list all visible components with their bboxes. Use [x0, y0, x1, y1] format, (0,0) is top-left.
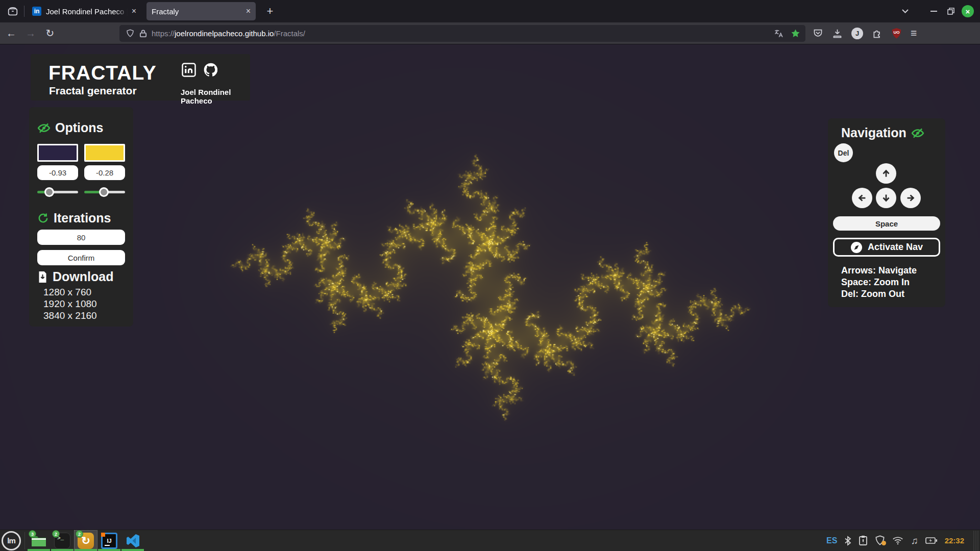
background-color-swatch[interactable] — [37, 144, 78, 162]
zoom-out-del-button[interactable]: Del — [834, 143, 853, 162]
toolbar-icons: J UO ≡ — [813, 27, 924, 39]
linkedin-favicon: in — [32, 7, 41, 16]
tracking-shield-icon[interactable] — [126, 29, 135, 38]
imaginary-slider[interactable] — [84, 187, 125, 197]
tab-title: Joel Rondinel Pacheco | Lin — [46, 7, 128, 16]
badge-count: 2 — [76, 530, 83, 538]
imaginary-value-input[interactable] — [84, 165, 125, 180]
linkedin-icon — [181, 62, 197, 78]
eye-off-icon[interactable] — [911, 127, 924, 140]
divider — [24, 6, 24, 17]
slider-track — [37, 191, 78, 193]
real-value-input[interactable] — [37, 165, 78, 180]
firefox-view-icon — [7, 6, 18, 17]
fractal-color-swatch[interactable] — [84, 144, 125, 162]
tab-linkedin[interactable]: in Joel Rondinel Pacheco | Lin × — [27, 2, 141, 20]
badge-count: 3 — [29, 530, 36, 538]
download-size-link[interactable]: 1280 x 760 — [43, 287, 91, 298]
navigation-toolbar: ← → ↻ https://joelrondinelpacheco.github… — [0, 22, 980, 44]
reload-button[interactable]: ↻ — [42, 25, 58, 41]
site-header: FRACTALY Fractal generator Joel Rondinel… — [31, 54, 250, 101]
zoom-in-space-button[interactable]: Space — [833, 216, 940, 231]
ublock-origin-icon[interactable]: UO — [891, 28, 902, 39]
battery-charging-icon[interactable] — [925, 537, 938, 544]
download-size-link[interactable]: 3840 x 2160 — [43, 310, 97, 321]
navigation-heading: Navigation — [841, 126, 906, 140]
page-content: FRACTALY Fractal generator Joel Rondinel… — [0, 44, 980, 530]
taskbar-browser-app[interactable]: 2 ↻ — [74, 530, 97, 551]
new-tab-button[interactable]: + — [262, 3, 278, 19]
system-tray: ES ♫ 22:32 — [826, 531, 980, 551]
close-window-button[interactable]: × — [962, 5, 974, 17]
url-path: /Fractals/ — [274, 29, 305, 38]
intellij-icon: IJ — [101, 533, 117, 549]
arrow-down-button[interactable] — [876, 188, 896, 208]
profile-button[interactable]: J — [851, 28, 863, 39]
firefox-view-button[interactable] — [4, 4, 21, 19]
translate-icon[interactable] — [774, 29, 783, 38]
url-scheme: https:// — [152, 29, 175, 38]
arrow-right-icon — [905, 192, 916, 204]
eye-off-icon[interactable] — [37, 121, 51, 135]
minimize-icon — [930, 11, 937, 12]
tab-bar: in Joel Rondinel Pacheco | Lin × Fractal… — [0, 0, 980, 22]
media-player-icon[interactable]: ♫ — [911, 535, 918, 546]
slider-thumb[interactable] — [44, 187, 54, 197]
bluetooth-icon[interactable] — [844, 536, 851, 546]
running-indicator — [98, 549, 120, 551]
close-tab-icon[interactable]: × — [246, 7, 251, 15]
divider — [24, 532, 25, 549]
activate-nav-button[interactable]: Activate Nav — [833, 238, 940, 257]
security-shield-tray[interactable] — [875, 535, 885, 546]
url-bar[interactable]: https://joelrondinelpacheco.github.io/Fr… — [119, 25, 805, 42]
running-indicator — [28, 549, 50, 551]
instruction-line: Del: Zoom Out — [841, 289, 904, 299]
mint-menu-button[interactable]: lm — [2, 531, 21, 550]
arrow-right-button[interactable] — [900, 188, 921, 208]
restore-button[interactable] — [942, 3, 960, 20]
linkedin-link[interactable] — [181, 62, 197, 80]
chevron-down-icon — [902, 9, 909, 13]
site-logo: FRACTALY — [48, 62, 157, 84]
iterations-heading: Iterations — [54, 211, 111, 226]
forward-button[interactable]: → — [22, 25, 39, 41]
minimize-button[interactable] — [925, 3, 942, 20]
close-icon: × — [966, 7, 970, 16]
download-size-link[interactable]: 980 x 551 — [43, 298, 97, 310]
back-button[interactable]: ← — [3, 25, 19, 41]
taskbar-files-app[interactable]: 3 — [27, 530, 51, 551]
clock[interactable]: 22:32 — [945, 536, 964, 545]
pocket-icon[interactable] — [813, 28, 823, 39]
hamburger-menu-icon[interactable]: ≡ — [911, 27, 917, 39]
taskbar-terminal-app[interactable]: 2 >_ — [51, 530, 74, 551]
instruction-line: Space: Zoom In — [841, 277, 910, 288]
show-desktop-strip[interactable] — [973, 531, 979, 551]
close-tab-icon[interactable]: × — [132, 7, 136, 15]
arrow-up-button[interactable] — [876, 163, 896, 184]
vscode-icon — [125, 533, 141, 549]
tab-fractaly[interactable]: Fractaly × — [146, 2, 256, 20]
badge-count: 2 — [52, 530, 60, 538]
wifi-icon[interactable] — [892, 536, 903, 545]
keyboard-layout-indicator[interactable]: ES — [826, 536, 837, 545]
real-slider[interactable] — [37, 187, 78, 197]
tab-list-button[interactable] — [896, 3, 914, 20]
compass-icon — [850, 241, 863, 254]
bookmark-star-icon[interactable] — [791, 29, 800, 38]
running-indicator — [121, 549, 144, 551]
extensions-puzzle-icon[interactable] — [872, 28, 883, 39]
iterations-input[interactable] — [37, 230, 125, 245]
taskbar-vscode-app[interactable] — [121, 530, 144, 551]
confirm-button[interactable]: Confirm — [37, 250, 125, 265]
download-icon[interactable] — [832, 28, 843, 39]
arrow-left-button[interactable] — [852, 188, 872, 208]
arrow-left-icon — [856, 192, 868, 204]
arrow-up-icon — [880, 168, 892, 179]
site-tagline: Fractal generator — [49, 85, 137, 97]
clipboard-icon[interactable] — [859, 535, 868, 546]
status-dot — [881, 541, 886, 545]
slider-thumb[interactable] — [99, 187, 109, 197]
lock-icon[interactable] — [139, 29, 147, 38]
github-link[interactable] — [203, 62, 219, 80]
taskbar-intellij-app[interactable]: IJ — [97, 530, 121, 551]
